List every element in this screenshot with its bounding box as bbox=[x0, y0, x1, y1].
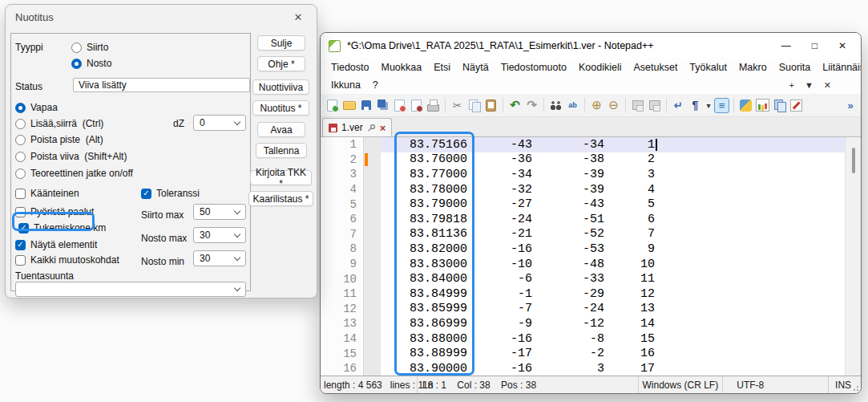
overflow-icon[interactable] bbox=[844, 98, 857, 113]
status-field[interactable]: Viiva lisätty bbox=[73, 78, 250, 92]
status-encoding[interactable]: UTF-8 bbox=[723, 376, 829, 393]
menu-ikkuna[interactable]: Ikkuna bbox=[325, 78, 366, 92]
undo-icon[interactable] bbox=[507, 98, 523, 113]
checkbox-toleranssi[interactable]: ✓ Toleranssi bbox=[141, 187, 200, 200]
line-number: 3 bbox=[321, 167, 364, 182]
close-file-icon[interactable] bbox=[392, 98, 407, 113]
show-all-characters-icon[interactable] bbox=[688, 98, 703, 113]
save-all-icon[interactable] bbox=[375, 98, 390, 113]
menu-asetukset[interactable]: Asetukset bbox=[628, 60, 683, 75]
bookmark-margin bbox=[364, 182, 381, 197]
symbols-dropdown-icon[interactable] bbox=[704, 98, 713, 113]
value-col-4: 9 bbox=[604, 242, 655, 256]
zoom-out-icon[interactable] bbox=[606, 98, 621, 113]
copy-icon[interactable] bbox=[466, 98, 482, 113]
plugin-docs-icon[interactable] bbox=[772, 98, 787, 113]
siirto-max-combo[interactable]: 50 bbox=[193, 204, 246, 220]
paste-icon[interactable] bbox=[483, 98, 499, 113]
checkbox-checked-icon: ✓ bbox=[141, 189, 151, 199]
status-eol-format[interactable]: Windows (CR LF) bbox=[639, 376, 723, 393]
checkbox-nayta-elementit[interactable]: ✓ Näytä elementit bbox=[15, 238, 97, 251]
redo-icon[interactable] bbox=[524, 98, 539, 113]
dialog-close-icon[interactable]: ✕ bbox=[289, 11, 307, 23]
maximize-icon[interactable]: □ bbox=[812, 40, 818, 51]
radio-vapaa[interactable]: Vapaa bbox=[15, 101, 58, 114]
value-col-2: -16 bbox=[467, 332, 532, 346]
tab-1ver[interactable]: 1.ver × bbox=[322, 118, 392, 136]
kaarilistaus-button[interactable]: Kaarilistaus * bbox=[248, 191, 313, 206]
menu-makro[interactable]: Makro bbox=[733, 60, 773, 75]
unsaved-file-icon bbox=[329, 124, 337, 132]
print-icon[interactable] bbox=[426, 98, 441, 113]
menu-etsi[interactable]: Etsi bbox=[428, 60, 456, 75]
value-col-2: -6 bbox=[467, 272, 532, 286]
menu-?[interactable]: ? bbox=[367, 78, 384, 92]
resize-grip[interactable] bbox=[850, 382, 859, 392]
menu-tiedostomuoto[interactable]: Tiedostomuoto bbox=[495, 60, 572, 75]
line-number: 9 bbox=[321, 257, 364, 272]
word-wrap-icon[interactable] bbox=[671, 98, 686, 113]
menu-tiedosto[interactable]: Tiedosto bbox=[325, 60, 374, 75]
scrollbar-thumb[interactable] bbox=[852, 148, 855, 173]
bookmark-margin bbox=[364, 346, 381, 361]
dz-combo[interactable]: 0 bbox=[193, 115, 246, 131]
menu-liit-nn-iset[interactable]: Liitännäiset bbox=[817, 60, 862, 75]
indent-guide-icon[interactable] bbox=[714, 98, 729, 113]
radio-teoreettinen-jatke[interactable]: Teoreettinen jatke on/off bbox=[15, 167, 133, 180]
sulje-button[interactable]: Sulje bbox=[257, 35, 305, 51]
radio-icon bbox=[15, 169, 26, 179]
new-file-icon[interactable] bbox=[325, 98, 340, 113]
tab-label: 1.ver bbox=[341, 122, 363, 133]
plugin-chart-icon[interactable] bbox=[755, 98, 770, 113]
close-icon[interactable]: ✕ bbox=[838, 40, 846, 51]
nuotitus-button[interactable]: Nuotitus * bbox=[252, 100, 309, 116]
menu-item[interactable]: + bbox=[789, 80, 793, 90]
checkbox-icon bbox=[15, 189, 26, 199]
menu-item[interactable]: ▼ bbox=[805, 80, 813, 90]
menu-muokkaa[interactable]: Muokkaa bbox=[375, 60, 427, 75]
pin-icon[interactable] bbox=[367, 124, 376, 132]
avaa-button[interactable]: Avaa bbox=[257, 122, 305, 137]
minimize-icon[interactable]: — bbox=[781, 40, 791, 51]
vertical-scrollbar[interactable] bbox=[845, 137, 861, 376]
dz-label: dZ bbox=[173, 117, 184, 130]
radio-nosto[interactable]: Nosto bbox=[71, 57, 111, 70]
tab-close-icon[interactable]: × bbox=[380, 123, 386, 133]
menu-koodikieli[interactable]: Koodikieli bbox=[573, 60, 628, 75]
menu-item[interactable]: ✕ bbox=[824, 80, 831, 91]
radio-poista-piste[interactable]: Poista piste (Alt) bbox=[15, 133, 103, 146]
menu-ty-kalut[interactable]: Työkalut bbox=[684, 60, 733, 75]
plugin-lightning-icon[interactable] bbox=[738, 98, 753, 113]
tuentasuunta-combo[interactable] bbox=[15, 282, 246, 297]
radio-siirto[interactable]: Siirto bbox=[71, 41, 108, 54]
menu-n-yt[interactable]: Näytä bbox=[457, 60, 495, 75]
zoom-in-icon[interactable] bbox=[589, 98, 604, 113]
value-col-3: -29 bbox=[532, 287, 604, 301]
ohje-button[interactable]: Ohje * bbox=[257, 56, 305, 71]
value-col-3: -12 bbox=[532, 317, 604, 331]
value-col-4: 16 bbox=[604, 347, 655, 360]
nosto-min-combo[interactable]: 30 bbox=[193, 250, 246, 266]
menu-suorita[interactable]: Suorita bbox=[773, 60, 817, 75]
radio-lisaa-siirra[interactable]: Lisää,siirrä (Ctrl) bbox=[15, 117, 103, 130]
close-all-icon[interactable] bbox=[409, 98, 424, 113]
checkbox-kaanteinen[interactable]: Käänteinen bbox=[15, 187, 79, 200]
replace-icon[interactable] bbox=[565, 98, 580, 113]
bookmark-margin bbox=[364, 316, 381, 331]
find-icon[interactable] bbox=[548, 98, 563, 113]
line-number: 5 bbox=[321, 197, 364, 212]
plugin-macro-icon[interactable] bbox=[789, 98, 804, 113]
kirjoita-tkk-button[interactable]: Kirjoita TKK * bbox=[250, 170, 312, 185]
nosto-max-combo[interactable]: 30 bbox=[193, 227, 246, 243]
dialog-titlebar[interactable]: Nuotitus ✕ bbox=[6, 5, 317, 29]
radio-poista-viiva[interactable]: Poista viiva (Shift+Alt) bbox=[15, 150, 127, 163]
sync-vertical-icon[interactable] bbox=[630, 98, 645, 113]
open-file-icon[interactable] bbox=[341, 98, 357, 113]
checkbox-kaikki-muutoskohdat[interactable]: Kaikki muutoskohdat bbox=[15, 254, 119, 266]
cut-icon[interactable] bbox=[450, 98, 465, 113]
nuottiviiva-button[interactable]: Nuottiviiva bbox=[252, 79, 309, 95]
tallenna-button[interactable]: Tallenna bbox=[256, 143, 307, 158]
save-icon[interactable] bbox=[358, 98, 373, 113]
nuotitus-dialog: Nuotitus ✕ Tyyppi Siirto Nosto Status Vi… bbox=[5, 4, 317, 298]
sync-horizontal-icon[interactable] bbox=[647, 98, 662, 113]
